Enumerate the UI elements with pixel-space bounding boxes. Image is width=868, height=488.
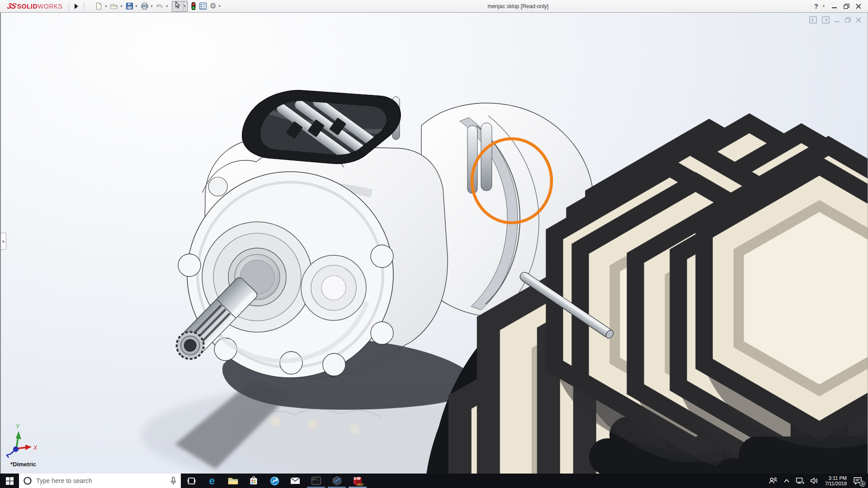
triad-y-label: Y (16, 423, 20, 430)
open-button[interactable] (109, 1, 119, 12)
print-button[interactable] (140, 1, 150, 12)
titlebar-controls: ? ▾ (814, 2, 868, 10)
menu-flyout-arrow-icon[interactable] (75, 4, 78, 9)
side-panel-tab[interactable] (1, 233, 6, 250)
doc-restore-button[interactable] (845, 17, 851, 23)
stoplight-button[interactable] (190, 1, 197, 12)
people-button[interactable] (767, 474, 779, 488)
brand-solid-text: SOLID (17, 3, 38, 10)
cmd-prompt-text: C:\_ (313, 478, 319, 481)
task-view-icon (187, 477, 196, 485)
close-button[interactable] (854, 2, 863, 10)
file-explorer-icon (228, 477, 238, 485)
start-button[interactable] (0, 474, 19, 488)
show-hidden-icons-button[interactable] (782, 474, 791, 488)
triad-x-label: X (33, 445, 38, 451)
gear-icon: ⚙ (210, 1, 217, 11)
hexagon-app-icon (332, 476, 342, 486)
dropdown-arrow-icon[interactable]: ▾ (151, 4, 153, 8)
select-tool-button[interactable] (172, 0, 184, 12)
network-button[interactable] (794, 474, 806, 488)
document-window-controls (809, 16, 861, 23)
taskbar-app-command-prompt[interactable]: C:\_ (306, 474, 326, 488)
taskbar-app-store[interactable] (243, 474, 264, 488)
taskbar-clock[interactable]: 3:11 PM 7/11/2018 (823, 475, 849, 486)
action-center-button[interactable]: 3 (852, 474, 863, 488)
document-title: menjac sklop [Read-only] (222, 3, 814, 9)
print-icon (141, 2, 149, 10)
network-icon (796, 477, 804, 484)
open-folder-icon (110, 2, 118, 10)
display-pane-button[interactable] (198, 1, 208, 12)
brand-mark-3s: 3S (6, 2, 17, 11)
help-button[interactable]: ? (814, 2, 818, 10)
titlebar: 3S SOLID WORKS ▾ ▾ (0, 0, 868, 13)
taskbar-app-edge[interactable]: e (202, 474, 222, 488)
doc-minimize-button[interactable] (835, 17, 840, 23)
people-icon (769, 477, 778, 484)
help-dropdown-icon[interactable]: ▾ (823, 4, 825, 8)
stoplight-icon (191, 2, 196, 10)
clock-date: 7/11/2018 (825, 481, 847, 486)
graphics-viewport[interactable]: Y X *Dimetric (0, 13, 868, 474)
quick-access-toolbar: ▾ ▾ ▾ (94, 1, 222, 12)
notification-badge: 3 (859, 481, 865, 487)
doc-close-button[interactable] (856, 17, 861, 23)
wrench-circle-icon (270, 476, 279, 486)
volume-button[interactable] (809, 474, 820, 488)
save-button[interactable] (125, 1, 134, 12)
undo-arrow-icon (156, 2, 164, 10)
pane-collapse-left-button[interactable] (809, 16, 817, 23)
speaker-icon (810, 477, 819, 484)
brand-works-text: WORKS (38, 3, 62, 10)
dropdown-arrow-icon[interactable]: ▾ (120, 4, 122, 8)
select-tool-group: ▾ (172, 1, 188, 12)
new-document-button[interactable] (94, 1, 104, 12)
display-pane-icon (199, 2, 207, 10)
solidworks-2017-icon: SW 2017 (353, 476, 363, 486)
mail-icon (290, 477, 300, 485)
restore-button[interactable] (842, 2, 850, 10)
minimize-icon (832, 4, 837, 9)
dropdown-arrow-icon[interactable]: ▾ (184, 4, 186, 8)
store-icon (249, 476, 258, 485)
side-panel-tab-dot (2, 240, 5, 243)
chevron-up-icon (783, 479, 790, 483)
sw-letters: SW (354, 476, 361, 481)
clock-time: 3:11 PM (825, 475, 847, 481)
taskbar-app-hex-cad[interactable] (326, 474, 347, 488)
model-gasket-bolts (549, 123, 868, 474)
save-floppy-icon (126, 2, 133, 10)
close-icon (856, 4, 861, 9)
minimize-button[interactable] (830, 2, 838, 10)
microphone-icon[interactable] (170, 477, 177, 485)
solidworks-logo: 3S SOLID WORKS (0, 2, 67, 11)
taskbar-app-file-explorer[interactable] (222, 474, 243, 488)
new-document-icon (95, 2, 103, 10)
dropdown-arrow-icon[interactable]: ▾ (219, 4, 221, 8)
select-cursor-icon (174, 1, 181, 9)
task-view-button[interactable] (181, 474, 202, 488)
cortana-icon (23, 476, 32, 485)
taskbar-app-settings-tool[interactable] (264, 474, 285, 488)
separator (84, 2, 84, 11)
dropdown-arrow-icon[interactable]: ▾ (136, 4, 137, 8)
search-placeholder-text: Type here to search (36, 477, 166, 484)
command-prompt-icon: C:\_ (311, 477, 321, 485)
gearbox-3d-model[interactable] (1, 13, 868, 474)
solidworks-app-window: 3S SOLID WORKS ▾ ▾ (0, 0, 868, 488)
dropdown-arrow-icon[interactable]: ▾ (166, 4, 168, 8)
dropdown-arrow-icon[interactable]: ▾ (105, 4, 107, 8)
windows-taskbar: Type here to search e (0, 474, 868, 488)
undo-button[interactable] (155, 1, 165, 12)
taskbar-search-input[interactable]: Type here to search (19, 474, 181, 488)
options-button[interactable]: ⚙ (209, 1, 217, 12)
system-tray: 3:11 PM 7/11/2018 3 (767, 474, 868, 488)
view-orientation-label: *Dimetric (10, 461, 36, 468)
sw-year: 2017 (357, 483, 363, 486)
taskbar-app-mail[interactable] (285, 474, 306, 488)
pane-expand-right-button[interactable] (822, 16, 830, 23)
windows-logo-icon (6, 477, 14, 485)
taskbar-app-solidworks[interactable]: SW 2017 (347, 474, 368, 488)
separator (69, 2, 69, 11)
